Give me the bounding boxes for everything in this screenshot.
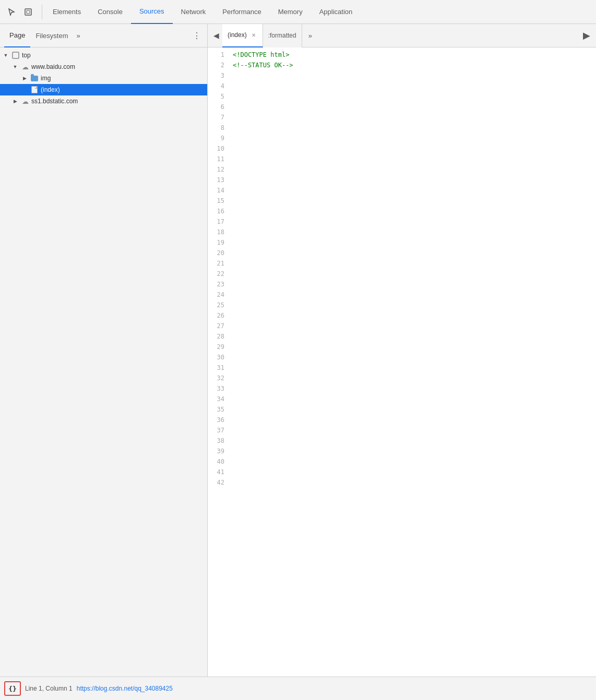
tree-label-index: (index) [41,86,60,93]
line-number: 31 [208,363,224,373]
line-number: 40 [208,456,224,467]
line-number: 33 [208,383,224,394]
file-icon-index [30,86,39,94]
code-line [233,81,596,91]
code-line [233,102,596,112]
status-text: Line 1, Column 1 [25,685,73,692]
code-line [233,477,596,488]
code-line [233,404,596,415]
line-number: 23 [208,279,224,289]
line-number: 12 [208,164,224,175]
editor-tab-index-close[interactable]: ✕ [250,31,257,39]
line-number: 27 [208,321,224,331]
tab-sources[interactable]: Sources [131,0,173,24]
tab-elements[interactable]: Elements [44,0,89,24]
tree-label-img: img [41,75,51,82]
code-line [233,331,596,342]
editor-tab-index[interactable]: (index) ✕ [222,24,263,47]
secondary-tabs-more[interactable]: » [74,32,84,40]
toggle-top: ▼ [2,52,9,59]
code-line [233,248,596,258]
tab-application[interactable]: Application [311,0,361,24]
code-line [233,321,596,331]
code-line [233,185,596,196]
line-number: 8 [208,123,224,133]
code-line: <!--STATUS OK--> [233,60,596,70]
line-number: 18 [208,227,224,237]
line-number: 25 [208,300,224,310]
editor-tab-formatted[interactable]: :formatted [263,24,302,47]
line-number: 20 [208,248,224,258]
status-bar: {} Line 1, Column 1 https://blog.csdn.ne… [0,677,596,700]
line-number: 22 [208,269,224,279]
status-url[interactable]: https://blog.csdn.net/qq_34089425 [77,685,173,692]
line-number: 26 [208,310,224,321]
line-number: 28 [208,331,224,342]
code-line [233,70,596,81]
line-number: 7 [208,112,224,123]
code-line [233,164,596,175]
line-number: 9 [208,133,224,143]
tab-filesystem[interactable]: Filesystem [30,24,73,47]
code-content[interactable]: <!DOCTYPE html><!--STATUS OK--> [229,47,596,677]
line-number: 16 [208,206,224,216]
tab-network[interactable]: Network [173,0,214,24]
line-number: 34 [208,394,224,404]
code-line [233,446,596,456]
line-number: 29 [208,342,224,352]
code-line [233,133,596,143]
editor-nav-prev[interactable]: ◀ [210,29,222,42]
code-line: <!DOCTYPE html> [233,50,596,60]
code-line [233,436,596,446]
code-line [233,175,596,185]
code-editor[interactable]: 1234567891011121314151617181920212223242… [208,47,596,677]
line-number: 24 [208,289,224,300]
inspect-icon[interactable] [21,5,35,19]
code-line [233,206,596,216]
line-number: 19 [208,237,224,248]
code-line [233,269,596,279]
line-number: 15 [208,196,224,206]
code-line [233,300,596,310]
editor-tabs: ◀ (index) ✕ :formatted » ▶ [208,24,596,47]
code-line [233,258,596,269]
line-number: 30 [208,352,224,363]
tab-memory[interactable]: Memory [270,0,311,24]
code-line [233,91,596,102]
code-line [233,425,596,436]
code-line [233,216,596,227]
code-line [233,352,596,363]
svg-rect-0 [25,9,31,15]
tab-performance[interactable]: Performance [214,0,269,24]
toggle-ss1: ▶ [11,98,19,105]
svg-rect-2 [13,52,19,58]
tab-page[interactable]: Page [4,24,30,47]
code-line [233,227,596,237]
line-number: 36 [208,415,224,425]
code-line [233,394,596,404]
line-number: 17 [208,216,224,227]
line-number: 1 [208,50,224,60]
tree-item-top[interactable]: ▼ top [0,50,207,61]
format-button[interactable]: {} [4,681,21,696]
line-number: 10 [208,143,224,154]
line-number: 41 [208,467,224,477]
cursor-icon[interactable] [4,5,19,19]
line-number: 14 [208,185,224,196]
root-icon [11,51,20,59]
line-number: 5 [208,91,224,102]
secondary-tabs-dots[interactable]: ⋮ [190,29,203,42]
left-panel: Page Filesystem » ⋮ ▼ top [0,24,208,677]
line-number: 21 [208,258,224,269]
tree-item-ss1[interactable]: ▶ ☁ ss1.bdstatic.com [0,95,207,107]
code-line [233,373,596,383]
editor-tabs-more[interactable]: » [304,32,316,40]
tree-item-baidu[interactable]: ▼ ☁ www.baidu.com [0,61,207,73]
tab-console[interactable]: Console [89,0,131,24]
editor-tab-formatted-label: :formatted [268,32,296,39]
tree-item-index[interactable]: (index) [0,84,207,95]
tree-item-img[interactable]: ▶ img [0,73,207,84]
svg-rect-1 [27,10,30,14]
editor-nav-next[interactable]: ▶ [579,28,594,43]
top-tab-bar: Elements Console Sources Network Perform… [0,0,596,24]
